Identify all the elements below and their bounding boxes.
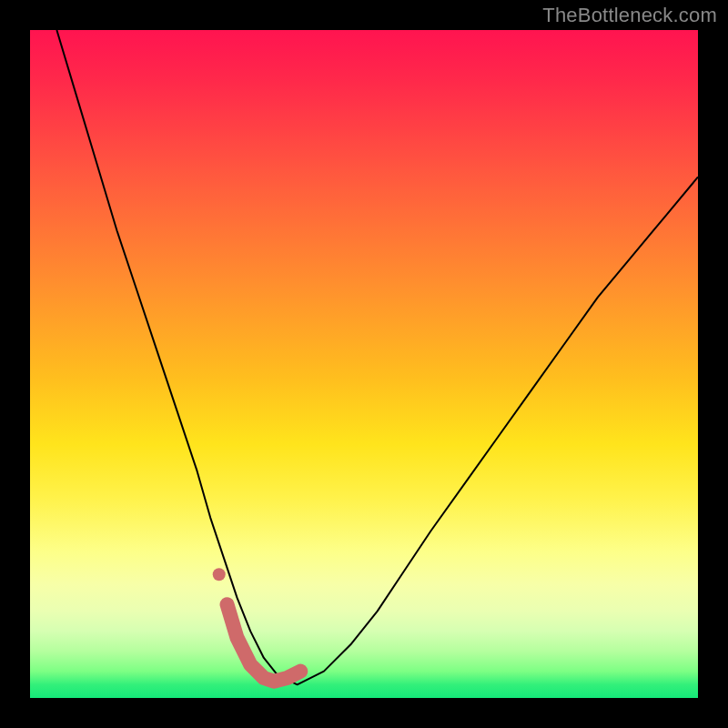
series-layer xyxy=(56,30,698,684)
series-highlight-band xyxy=(228,604,301,681)
chart-frame: TheBottleneck.com xyxy=(0,0,728,728)
marker-highlight-dot xyxy=(213,568,226,581)
marker-layer xyxy=(213,568,226,581)
chart-svg xyxy=(30,30,698,698)
series-bottleneck-curve xyxy=(56,30,698,684)
plot-area xyxy=(30,30,698,698)
watermark-text: TheBottleneck.com xyxy=(542,4,717,27)
